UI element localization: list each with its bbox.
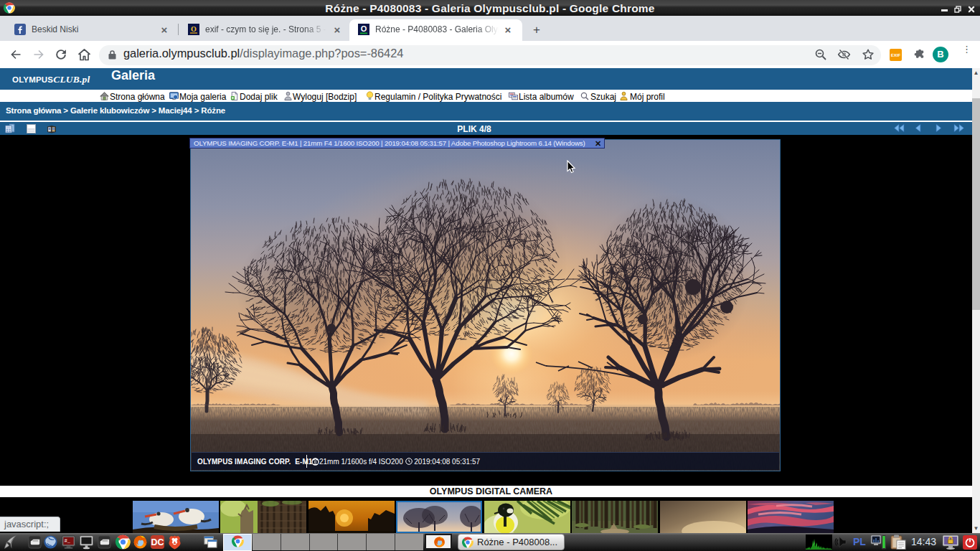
svg-text:O: O (191, 25, 197, 33)
svg-text:#_: #_ (65, 538, 71, 544)
svg-text:O: O (361, 24, 367, 33)
svg-text:DC: DC (151, 537, 164, 547)
svg-text:EXIF: EXIF (891, 53, 901, 57)
